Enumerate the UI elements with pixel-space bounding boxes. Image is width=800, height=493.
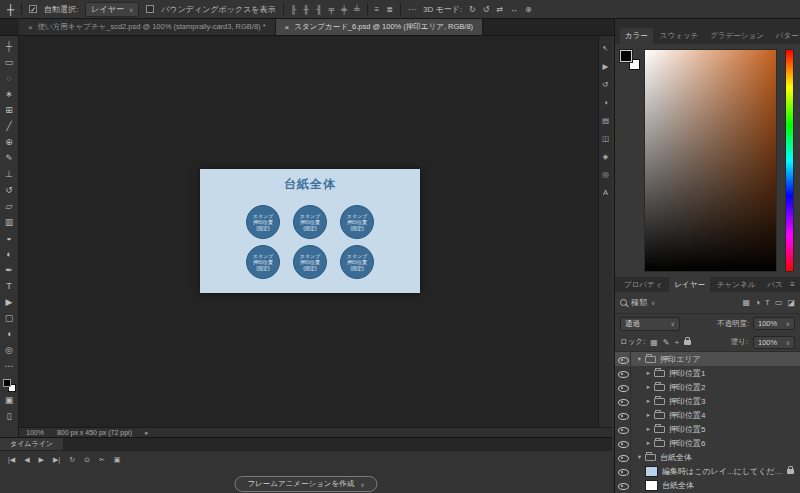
filter-type-label[interactable]: 種類 xyxy=(631,297,647,308)
smart-object-filter-icon[interactable]: ◪ xyxy=(787,298,795,307)
chevron-right-icon[interactable]: ▸ xyxy=(644,383,653,391)
layer-row[interactable]: ▸ 押印位置5 xyxy=(615,422,800,436)
path-selection-tool-icon[interactable]: ▶ xyxy=(0,294,19,310)
navigator-panel-icon[interactable]: ◎ xyxy=(602,169,609,180)
clone-source-panel-icon[interactable]: ◫ xyxy=(602,133,609,144)
visibility-toggle[interactable] xyxy=(615,436,631,450)
foreground-background-swatch[interactable] xyxy=(3,379,16,392)
chevron-right-icon[interactable]: ▸ xyxy=(644,411,653,419)
panel-tab[interactable]: パス xyxy=(762,277,787,293)
layer-row[interactable]: 編集時はこのレイ...にしてください xyxy=(615,464,800,478)
auto-select-checkbox[interactable]: ✓ xyxy=(29,5,37,13)
hand-tool-icon[interactable]: ◖ xyxy=(0,326,19,342)
layer-row[interactable]: 台紙全体 xyxy=(615,478,800,492)
loop-button[interactable]: ↻ xyxy=(69,456,75,464)
timeline-options-button[interactable]: ⊙ xyxy=(84,456,90,464)
layer-thumbnail[interactable] xyxy=(645,466,658,477)
saturation-brightness-picker[interactable] xyxy=(644,49,777,272)
3d-rotate-icon[interactable]: ↻ xyxy=(469,5,476,14)
split-button[interactable]: ✂ xyxy=(99,456,105,464)
shape-layer-filter-icon[interactable]: ▭ xyxy=(775,298,783,307)
panel-tab[interactable]: レイヤー xyxy=(669,277,710,293)
panel-menu-icon[interactable]: ≡ xyxy=(790,280,795,289)
dodge-tool-icon[interactable]: ◐ xyxy=(0,246,19,262)
play-button[interactable]: ▶ xyxy=(39,456,44,464)
layer-thumbnail[interactable] xyxy=(645,480,658,491)
distribute-horizontal-icon[interactable]: ≡ xyxy=(375,5,380,14)
close-icon[interactable]: × xyxy=(28,23,33,32)
clone-stamp-tool-icon[interactable]: ⊥ xyxy=(0,166,19,182)
panel-tab[interactable]: パターン xyxy=(771,28,800,44)
canvas-document[interactable]: 台紙全体 スタンプ 押印位置 (固定) スタンプ 押印位置 (固定) スタンプ … xyxy=(200,169,420,293)
layer-row[interactable]: ▸ 押印位置1 xyxy=(615,366,800,380)
zoom-level-field[interactable]: 100% xyxy=(26,429,44,436)
chevron-right-icon[interactable]: ▸ xyxy=(644,439,653,447)
lock-all-icon[interactable] xyxy=(684,340,691,345)
foreground-background-swatch[interactable] xyxy=(620,50,641,71)
type-tool-icon[interactable]: T xyxy=(0,278,19,294)
close-icon[interactable]: × xyxy=(285,23,290,32)
visibility-toggle[interactable] xyxy=(615,380,631,394)
3d-roll-icon[interactable]: ↺ xyxy=(483,5,490,14)
foreground-color-swatch[interactable] xyxy=(620,50,632,62)
actions-panel-icon[interactable]: ▶ xyxy=(603,61,609,72)
styles-panel-icon[interactable]: ▤ xyxy=(602,115,609,126)
chevron-down-icon[interactable]: ▾ xyxy=(635,453,644,461)
previous-frame-button[interactable]: ◀ xyxy=(24,456,29,464)
blend-mode-dropdown[interactable]: 通過 ∨ xyxy=(620,317,680,331)
lock-transparent-pixels-icon[interactable]: ▦ xyxy=(650,338,658,347)
layer-row[interactable]: ▾ 台紙全体 xyxy=(615,450,800,464)
blur-tool-icon[interactable]: ◒ xyxy=(0,230,19,246)
3d-slide-icon[interactable]: ↔ xyxy=(510,5,518,14)
panel-tab[interactable]: カラー xyxy=(620,28,653,44)
more-options-icon[interactable]: ⋯ xyxy=(408,5,416,14)
distribute-vertical-icon[interactable]: ≣ xyxy=(386,5,393,14)
history-panel-icon[interactable]: ↺ xyxy=(602,79,608,90)
chevron-right-icon[interactable]: ▸ xyxy=(644,369,653,377)
align-right-icon[interactable]: ╢ xyxy=(316,5,322,14)
quick-selection-tool-icon[interactable]: ∗ xyxy=(0,86,19,102)
eraser-tool-icon[interactable]: ▱ xyxy=(0,198,19,214)
chevron-down-icon[interactable]: ▾ xyxy=(635,355,644,363)
layer-row[interactable]: ▸ 押印位置4 xyxy=(615,408,800,422)
next-frame-button[interactable]: ▶| xyxy=(53,456,60,464)
lock-image-pixels-icon[interactable]: ✎ xyxy=(663,338,670,347)
move-tool-icon[interactable]: ┼ xyxy=(0,38,19,54)
brush-tool-icon[interactable]: ✎ xyxy=(0,150,19,166)
visibility-toggle[interactable] xyxy=(615,450,631,464)
fill-dropdown[interactable]: 100% ∨ xyxy=(753,336,795,349)
visibility-toggle[interactable] xyxy=(615,422,631,436)
visibility-toggle[interactable] xyxy=(615,478,631,492)
visibility-toggle[interactable] xyxy=(615,352,631,366)
pixel-layer-filter-icon[interactable]: ▦ xyxy=(743,298,751,307)
align-left-icon[interactable]: ╟ xyxy=(291,5,297,14)
status-menu-icon[interactable]: ▸ xyxy=(145,429,149,437)
document-tab[interactable]: × 使い方用キャプチャ_scd2.psd @ 100% (stamprally-… xyxy=(19,19,276,35)
align-center-horizontal-icon[interactable]: ╫ xyxy=(303,5,309,14)
lock-position-icon[interactable]: + xyxy=(674,338,679,347)
visibility-toggle[interactable] xyxy=(615,366,631,380)
chevron-right-icon[interactable]: ▸ xyxy=(644,397,653,405)
align-top-icon[interactable]: ╤ xyxy=(329,5,335,14)
3d-scale-icon[interactable]: ⊕ xyxy=(525,5,532,14)
panel-tab[interactable]: スウォッチ xyxy=(655,28,703,44)
opacity-dropdown[interactable]: 100% ∨ xyxy=(753,317,795,330)
auto-select-target-dropdown[interactable]: レイヤー ∨ xyxy=(85,2,139,17)
visibility-toggle[interactable] xyxy=(615,408,631,422)
healing-brush-tool-icon[interactable]: ⊕ xyxy=(0,134,19,150)
align-center-vertical-icon[interactable]: ╪ xyxy=(341,5,347,14)
edit-toolbar-icon[interactable]: ⋯ xyxy=(0,358,19,374)
gradient-tool-icon[interactable]: ▥ xyxy=(0,214,19,230)
marquee-tool-icon[interactable]: ▭ xyxy=(0,54,19,70)
layer-row[interactable]: ▸ 押印位置3 xyxy=(615,394,800,408)
first-frame-button[interactable]: |◀ xyxy=(8,456,15,464)
zoom-tool-icon[interactable]: ◎ xyxy=(0,342,19,358)
shape-tool-icon[interactable]: ▢ xyxy=(0,310,19,326)
panel-tab[interactable]: プロパティ xyxy=(619,277,667,293)
hue-slider[interactable] xyxy=(785,49,794,272)
eyedropper-tool-icon[interactable]: ╱ xyxy=(0,118,19,134)
layer-row[interactable]: ▸ 押印位置2 xyxy=(615,380,800,394)
panel-tab[interactable]: グラデーション xyxy=(705,28,769,44)
character-panel-icon[interactable]: A xyxy=(603,187,608,198)
pen-tool-icon[interactable]: ✒ xyxy=(0,262,19,278)
